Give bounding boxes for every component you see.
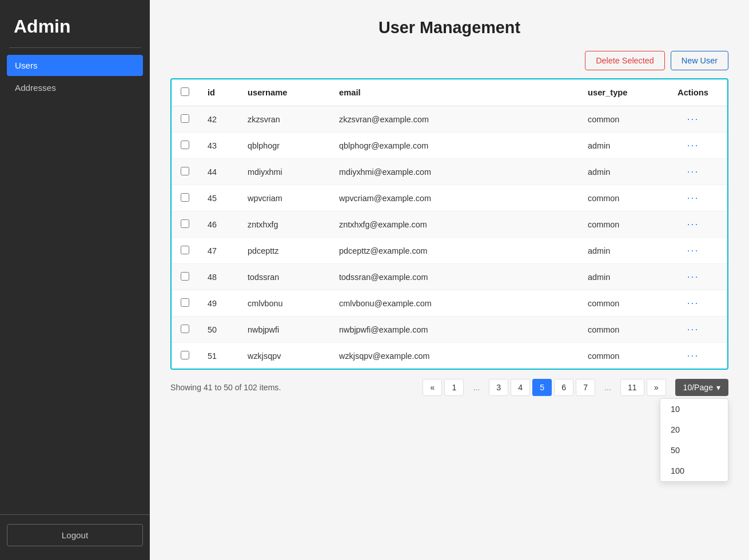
toolbar: Delete Selected New User	[170, 51, 728, 70]
table-row: 50 nwbjpwfi nwbjpwfi@example.com common …	[172, 317, 727, 343]
row-username: wzkjsqpv	[238, 343, 330, 369]
col-header-username: username	[238, 79, 330, 106]
logout-button[interactable]: Logout	[7, 524, 143, 546]
users-table-wrapper: id username email user_type Actions 42 z…	[170, 78, 728, 370]
row-id: 51	[198, 343, 238, 369]
row-username: pdcepttz	[238, 238, 330, 264]
row-actions-button[interactable]: ···	[687, 245, 699, 257]
row-checkbox-cell	[172, 159, 198, 185]
row-username: mdiyxhmi	[238, 159, 330, 185]
per-page-label: 10/Page	[683, 383, 713, 392]
row-id: 42	[198, 106, 238, 133]
row-actions-button[interactable]: ···	[687, 271, 699, 283]
row-checkbox-cell	[172, 290, 198, 317]
row-actions-cell: ···	[659, 133, 727, 159]
row-checkbox[interactable]	[181, 141, 189, 149]
row-email: wzkjsqpv@example.com	[330, 343, 579, 369]
page-btn-7[interactable]: 7	[576, 379, 595, 396]
row-checkbox[interactable]	[181, 193, 189, 202]
row-actions-button[interactable]: ···	[687, 297, 699, 309]
table-header-row: id username email user_type Actions	[172, 79, 727, 106]
row-email: nwbjpwfi@example.com	[330, 317, 579, 343]
page-btn-5[interactable]: 5	[532, 379, 552, 396]
per-page-dropdown: 10 20 50 100	[660, 398, 728, 482]
per-page-option-20[interactable]: 20	[660, 419, 728, 440]
page-btn-3[interactable]: 3	[489, 379, 508, 396]
per-page-option-100[interactable]: 100	[660, 461, 728, 481]
row-usertype: common	[579, 106, 659, 133]
row-checkbox-cell	[172, 211, 198, 238]
row-actions-button[interactable]: ···	[687, 350, 699, 362]
table-body: 42 zkzsvran zkzsvran@example.com common …	[172, 106, 727, 369]
table-row: 45 wpvcriam wpvcriam@example.com common …	[172, 185, 727, 211]
chevron-down-icon: ▾	[716, 383, 720, 392]
table-row: 48 todssran todssran@example.com admin ·…	[172, 264, 727, 290]
row-username: cmlvbonu	[238, 290, 330, 317]
row-username: todssran	[238, 264, 330, 290]
row-email: zkzsvran@example.com	[330, 106, 579, 133]
pagination-info: Showing 41 to 50 of 102 items.	[170, 383, 281, 392]
row-email: qblphogr@example.com	[330, 133, 579, 159]
row-email: todssran@example.com	[330, 264, 579, 290]
pagination-bar: Showing 41 to 50 of 102 items. «1...3456…	[170, 379, 728, 396]
row-id: 45	[198, 185, 238, 211]
row-usertype: common	[579, 343, 659, 369]
page-btn-ellipsis-8: ...	[597, 379, 618, 395]
row-username: qblphogr	[238, 133, 330, 159]
page-btn-1[interactable]: 1	[444, 379, 464, 396]
row-usertype: common	[579, 185, 659, 211]
sidebar-item-users[interactable]: Users	[7, 55, 143, 76]
page-btn-11[interactable]: 11	[620, 379, 644, 396]
row-checkbox[interactable]	[181, 167, 189, 175]
page-btn-6[interactable]: 6	[554, 379, 573, 396]
col-header-usertype: user_type	[579, 79, 659, 106]
row-checkbox[interactable]	[181, 298, 189, 307]
row-actions-cell: ···	[659, 290, 727, 317]
per-page-option-10[interactable]: 10	[660, 399, 728, 419]
table-row: 44 mdiyxhmi mdiyxhmi@example.com admin ·…	[172, 159, 727, 185]
table-row: 42 zkzsvran zkzsvran@example.com common …	[172, 106, 727, 133]
sidebar-item-addresses[interactable]: Addresses	[7, 77, 143, 98]
row-actions-button[interactable]: ···	[687, 192, 699, 204]
page-btn-»[interactable]: »	[647, 379, 666, 396]
row-actions-button[interactable]: ···	[687, 139, 699, 151]
table-row: 51 wzkjsqpv wzkjsqpv@example.com common …	[172, 343, 727, 369]
row-actions-button[interactable]: ···	[687, 166, 699, 178]
row-id: 44	[198, 159, 238, 185]
per-page-option-50[interactable]: 50	[660, 440, 728, 461]
row-checkbox[interactable]	[181, 272, 189, 281]
row-usertype: common	[579, 211, 659, 238]
row-actions-button[interactable]: ···	[687, 323, 699, 335]
per-page-button[interactable]: 10/Page ▾	[675, 379, 728, 396]
row-usertype: admin	[579, 133, 659, 159]
row-email: wpvcriam@example.com	[330, 185, 579, 211]
row-id: 49	[198, 290, 238, 317]
sidebar-nav: Users Addresses	[0, 55, 150, 514]
row-usertype: admin	[579, 238, 659, 264]
col-header-actions: Actions	[659, 79, 727, 106]
row-id: 47	[198, 238, 238, 264]
row-usertype: admin	[579, 159, 659, 185]
row-username: zkzsvran	[238, 106, 330, 133]
delete-selected-button[interactable]: Delete Selected	[585, 51, 665, 70]
row-id: 46	[198, 211, 238, 238]
new-user-button[interactable]: New User	[671, 51, 728, 70]
row-checkbox[interactable]	[181, 325, 189, 333]
row-checkbox[interactable]	[181, 351, 189, 359]
row-checkbox[interactable]	[181, 114, 189, 123]
row-actions-cell: ···	[659, 264, 727, 290]
row-checkbox-cell	[172, 133, 198, 159]
page-btn-«[interactable]: «	[423, 379, 442, 396]
page-btn-4[interactable]: 4	[511, 379, 530, 396]
row-actions-button[interactable]: ···	[687, 113, 699, 125]
row-actions-cell: ···	[659, 317, 727, 343]
select-all-checkbox[interactable]	[181, 87, 189, 96]
row-actions-button[interactable]: ···	[687, 218, 699, 230]
row-email: cmlvbonu@example.com	[330, 290, 579, 317]
row-usertype: common	[579, 317, 659, 343]
row-checkbox[interactable]	[181, 219, 189, 228]
row-checkbox[interactable]	[181, 246, 189, 254]
row-actions-cell: ···	[659, 159, 727, 185]
row-email: zntxhxfg@example.com	[330, 211, 579, 238]
col-header-email: email	[330, 79, 579, 106]
